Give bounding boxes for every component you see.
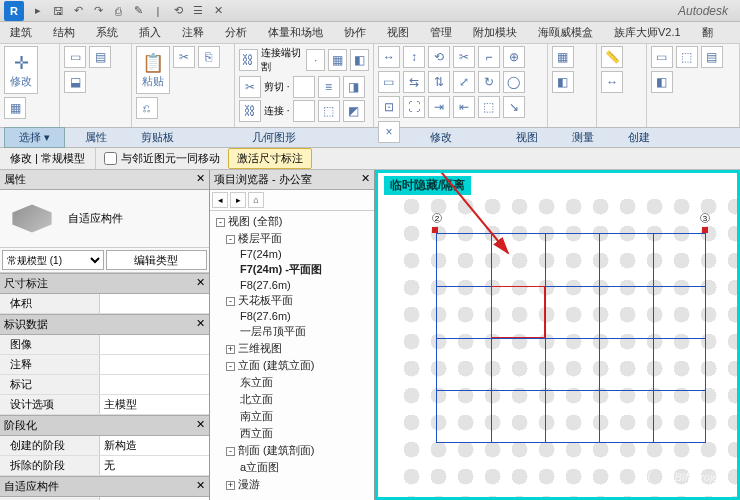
qat-save-icon[interactable]: 🖫 [50,3,66,19]
ribbon-icon[interactable]: ⎘ [198,46,220,68]
instance-selector[interactable]: 常规模型 (1) [2,250,104,270]
tree-node[interactable]: 西立面 [212,425,372,442]
ribbon-icon[interactable]: ▭ [378,71,400,93]
ribbon-item[interactable]: ◨ [343,76,365,98]
ribbon-icon[interactable]: ▭ [651,46,673,68]
ribbon-icon[interactable]: ⇅ [428,71,450,93]
ribbon-item[interactable]: ⛓ [239,100,261,122]
qat-btn-icon[interactable]: ☰ [190,3,206,19]
activate-dim-button[interactable]: 激活尺寸标注 [228,148,312,169]
ribbon-item[interactable]: ⛓ [239,49,258,71]
browser-back-icon[interactable]: ◂ [212,192,228,208]
ribbon-icon[interactable]: ⬚ [478,96,500,118]
ribbon-icon[interactable]: ✂ [453,46,475,68]
prop-group-header[interactable]: 标识数据✕ [0,314,209,335]
ribbon-item[interactable]: ◧ [350,49,369,71]
grid-bubble[interactable]: 3 [700,213,710,223]
grid-endpoint[interactable] [702,227,708,233]
ribbon-icon[interactable]: ▭ [64,46,86,68]
qat-open-icon[interactable]: ▸ [30,3,46,19]
tree-node[interactable]: -立面 (建筑立面) [212,357,372,374]
menu-tab[interactable]: 体量和场地 [258,22,334,43]
prop-value[interactable] [100,355,209,374]
menu-tab[interactable]: 结构 [43,22,86,43]
ribbon-icon[interactable]: × [378,121,400,143]
browser-fwd-icon[interactable]: ▸ [230,192,246,208]
ribbon-icon[interactable]: ⇥ [428,96,450,118]
ribbon-icon[interactable]: ↕ [403,46,425,68]
tree-node[interactable]: 一层吊顶平面 [212,323,372,340]
ribbon-icon[interactable]: ⬚ [676,46,698,68]
ribbon-icon[interactable]: ⎌ [136,97,158,119]
prop-value[interactable] [100,335,209,354]
close-icon[interactable]: ✕ [196,172,205,187]
drawing-canvas[interactable]: 临时隐藏/隔离 2 3 BIMproject [375,170,740,500]
qat-undo-icon[interactable]: ↶ [70,3,86,19]
move-with-nearby-check[interactable]: 与邻近图元一同移动 [96,148,228,169]
close-icon[interactable]: ✕ [361,172,370,187]
tree-node[interactable]: F7(24m) [212,247,372,261]
tree-node[interactable]: 南立面 [212,408,372,425]
prop-value[interactable]: 无 [100,456,209,475]
ribbon-item[interactable]: ◩ [343,100,365,122]
ribbon-icon[interactable]: ▦ [552,46,574,68]
tree-node[interactable]: +三维视图 [212,340,372,357]
ribbon-icon[interactable]: ✂ [173,46,195,68]
panel-label-select[interactable]: 选择 ▾ [4,127,65,148]
ribbon-item[interactable]: ✂ [239,76,261,98]
prop-value[interactable] [100,375,209,394]
tree-node[interactable]: a立面图 [212,459,372,476]
tree-node[interactable]: +漫游 [212,476,372,493]
menu-tab[interactable]: 翻 [692,22,724,43]
ribbon-icon[interactable]: ⊡ [378,96,400,118]
prop-value[interactable] [100,294,209,313]
tree-node[interactable]: -剖面 (建筑剖面) [212,442,372,459]
menu-tab[interactable]: 海颐威模盒 [528,22,604,43]
ribbon-icon[interactable]: ⛶ [403,96,425,118]
ribbon-icon[interactable]: ▦ [4,97,26,119]
menu-tab[interactable]: 视图 [377,22,420,43]
menu-tab[interactable]: 管理 [420,22,463,43]
browser-home-icon[interactable]: ⌂ [248,192,264,208]
ribbon-icon[interactable]: ⇤ [453,96,475,118]
checkbox[interactable] [104,152,117,165]
ribbon-big-button[interactable]: 📋粘贴 [136,46,170,94]
qat-measure-icon[interactable]: ✎ [130,3,146,19]
tree-node[interactable]: 东立面 [212,374,372,391]
ribbon-icon[interactable]: ⊕ [503,46,525,68]
menu-tab[interactable]: 协作 [334,22,377,43]
menu-tab[interactable]: 族库大师V2.1 [604,22,692,43]
tree-node[interactable]: -视图 (全部) [212,213,372,230]
selected-cell[interactable] [491,286,545,338]
qat-sync-icon[interactable]: ⟲ [170,3,186,19]
ribbon-big-button[interactable]: ✛修改 [4,46,38,94]
ribbon-icon[interactable]: ⤢ [453,71,475,93]
qat-print-icon[interactable]: ⎙ [110,3,126,19]
ribbon-item[interactable]: ⬚ [318,100,340,122]
ribbon-icon[interactable]: ⌐ [478,46,500,68]
ribbon-icon[interactable]: ▤ [701,46,723,68]
ribbon-icon[interactable]: ◯ [503,71,525,93]
menu-tab[interactable]: 插入 [129,22,172,43]
menu-tab[interactable]: 注释 [172,22,215,43]
ribbon-icon[interactable]: ↘ [503,96,525,118]
ribbon-icon[interactable]: 📏 [601,46,623,68]
tree-node[interactable]: -天花板平面 [212,292,372,309]
tree-node[interactable]: F7(24m) -平面图 [212,261,372,278]
ribbon-item[interactable]: ≡ [318,76,340,98]
tree-node[interactable]: -楼层平面 [212,230,372,247]
tree-node[interactable]: F8(27.6m) [212,278,372,292]
qat-redo-icon[interactable]: ↷ [90,3,106,19]
ribbon-item[interactable] [293,76,315,98]
ribbon-icon[interactable]: ◧ [651,71,673,93]
ribbon-icon[interactable]: ↻ [478,71,500,93]
prop-group-header[interactable]: 阶段化✕ [0,415,209,436]
ribbon-icon[interactable]: ◧ [552,71,574,93]
ribbon-icon[interactable]: ↔ [601,71,623,93]
ribbon-icon[interactable]: ▤ [89,46,111,68]
ribbon-item[interactable]: · [306,49,325,71]
ribbon-item[interactable]: 连接端切割 [261,46,303,74]
prop-group-header[interactable]: 尺寸标注✕ [0,273,209,294]
tree-node[interactable]: F8(27.6m) [212,309,372,323]
ribbon-item[interactable]: 连接 · [264,104,290,118]
